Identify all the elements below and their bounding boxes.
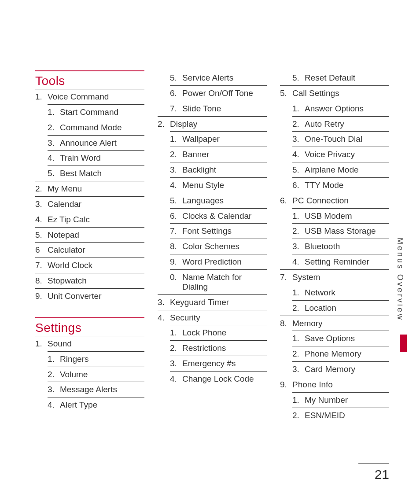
menu-item-label: Answer Options xyxy=(305,104,389,114)
menu-item-label: Calendar xyxy=(48,199,144,209)
menu-item-label: Best Match xyxy=(60,169,144,178)
menu-item-label: Lock Phone xyxy=(182,328,267,338)
menu-item: 5.Reset Default xyxy=(292,70,389,85)
menu-item-label: Emergency #s xyxy=(182,359,267,368)
menu-item-label: PC Connection xyxy=(292,196,389,206)
menu-item: 5.Best Match xyxy=(48,166,144,181)
menu-item-label: My Menu xyxy=(48,184,144,194)
menu-item: 4.Security xyxy=(158,310,267,325)
menu-item-label: Phone Info xyxy=(292,380,389,390)
menu-item-label: Slide Tone xyxy=(182,104,267,114)
menu-item: 1.Answer Options xyxy=(292,101,389,116)
menu-item: 7.Font Settings xyxy=(170,223,267,239)
menu-item-label: Train Word xyxy=(60,153,144,163)
menu-item: 3.Calendar xyxy=(35,196,144,212)
column-1: Tools1.Voice Command1.Start Command2.Com… xyxy=(35,70,144,423)
menu-item-number: 2. xyxy=(292,119,302,129)
menu-item-number: 3. xyxy=(158,298,167,307)
menu-item-label: Banner xyxy=(182,150,267,159)
menu-item: 6.Clocks & Calendar xyxy=(170,208,267,224)
menu-item-label: Keyguard Timer xyxy=(170,298,267,307)
menu-item-label: One-Touch Dial xyxy=(305,134,389,144)
menu-item: 1.Sound xyxy=(35,336,144,351)
menu-item-label: Ringers xyxy=(60,354,144,364)
menu-item-label: USB Mass Storage xyxy=(305,226,389,236)
menu-item-label: Sound xyxy=(48,339,144,349)
menu-item-number: 1. xyxy=(292,395,302,405)
menu-item-number: 0. xyxy=(170,272,180,292)
menu-item-number: 9. xyxy=(170,257,180,267)
menu-item: 2.Volume xyxy=(48,367,144,382)
menu-item: 4.Train Word xyxy=(48,150,144,166)
menu-item: 4.Setting Reminder xyxy=(292,254,389,269)
menu-item-number: 1. xyxy=(35,92,45,102)
menu-item-number: 6. xyxy=(170,211,180,221)
menu-item-label: Save Options xyxy=(305,334,389,343)
menu-item: 8.Stopwatch xyxy=(35,273,144,288)
menu-item-label: Change Lock Code xyxy=(182,374,267,384)
column-2: 5.Service Alerts6.Power On/Off Tone7.Sli… xyxy=(158,70,267,423)
menu-item: 4.Ez Tip Calc xyxy=(35,212,144,227)
menu-item: 3.Backlight xyxy=(170,162,267,177)
menu-item-label: Memory xyxy=(292,319,389,328)
menu-item: 5.Call Settings xyxy=(280,85,389,101)
menu-item-label: Message Alerts xyxy=(60,385,144,394)
menu-item-number: 8. xyxy=(170,242,180,251)
menu-item: 1.Network xyxy=(292,285,389,300)
menu-item: 3.One-Touch Dial xyxy=(292,131,389,147)
menu-item-number: 9. xyxy=(35,291,45,301)
menu-item-number: 3. xyxy=(292,242,302,251)
menu-item-label: World Clock xyxy=(48,261,144,270)
menu-item-number: 2. xyxy=(170,343,180,353)
menu-item-label: Wallpaper xyxy=(182,134,267,144)
menu-item-label: Voice Privacy xyxy=(305,150,389,159)
menu-item-number: 4. xyxy=(292,257,302,267)
menu-item-label: Backlight xyxy=(182,165,267,175)
menu-item-number: 3. xyxy=(48,138,57,148)
menu-item-label: Clocks & Calendar xyxy=(182,211,267,221)
menu-item: 2.Phone Memory xyxy=(292,346,389,361)
menu-item: 2.Display xyxy=(158,116,267,132)
menu-item: 4.Menu Style xyxy=(170,177,267,193)
menu-item-number: 1. xyxy=(35,339,45,349)
menu-item: 7.System xyxy=(280,269,389,285)
menu-item-label: Auto Retry xyxy=(305,119,389,129)
menu-item: 1.Save Options xyxy=(292,331,389,346)
menu-item-number: 2. xyxy=(292,349,302,359)
menu-item-number: 1. xyxy=(48,354,57,364)
menu-item-number: 5. xyxy=(35,230,45,240)
menu-item-number: 2. xyxy=(48,370,57,379)
menu-item: 1.Wallpaper xyxy=(170,131,267,147)
menu-item-number: 4. xyxy=(292,150,302,159)
menu-item: 7.World Clock xyxy=(35,258,144,273)
menu-item-number: 4. xyxy=(35,215,45,224)
menu-item: 7.Slide Tone xyxy=(170,101,267,116)
menu-item-number: 1. xyxy=(170,134,180,144)
menu-item-label: Command Mode xyxy=(60,123,144,132)
menu-item-number: 3. xyxy=(35,199,45,209)
menu-item-number: 8. xyxy=(35,276,45,286)
menu-item: 6.Power On/Off Tone xyxy=(170,85,267,101)
menu-item: 6Calculator xyxy=(35,242,144,258)
menu-item-number: 2. xyxy=(170,150,180,159)
menu-item-number: 7. xyxy=(280,272,290,282)
menu-item-number: 1. xyxy=(170,328,180,338)
menu-item-number: 6. xyxy=(170,88,180,98)
menu-item-number: 8. xyxy=(280,319,290,328)
menu-item-label: Voice Command xyxy=(48,92,144,102)
menu-item: 8.Color Schemes xyxy=(170,239,267,254)
menu-item-number: 2. xyxy=(292,303,302,313)
menu-item: 3.Emergency #s xyxy=(170,356,267,371)
menu-item-label: Start Command xyxy=(60,107,144,117)
side-tab-marker xyxy=(400,335,407,352)
side-tab-text: Menus Overview xyxy=(395,238,405,321)
menu-item-number: 3. xyxy=(48,385,57,394)
columns-wrap: Tools1.Voice Command1.Start Command2.Com… xyxy=(35,70,389,423)
column-3: 5.Reset Default5.Call Settings1.Answer O… xyxy=(280,70,389,423)
menu-item-number: 1. xyxy=(292,104,302,114)
menu-item: 3.Card Memory xyxy=(292,361,389,377)
menu-item: 2.Location xyxy=(292,300,389,316)
menu-item-number: 3. xyxy=(170,165,180,175)
menu-item-label: Service Alerts xyxy=(182,73,267,83)
menu-item-number: 5. xyxy=(170,196,180,206)
